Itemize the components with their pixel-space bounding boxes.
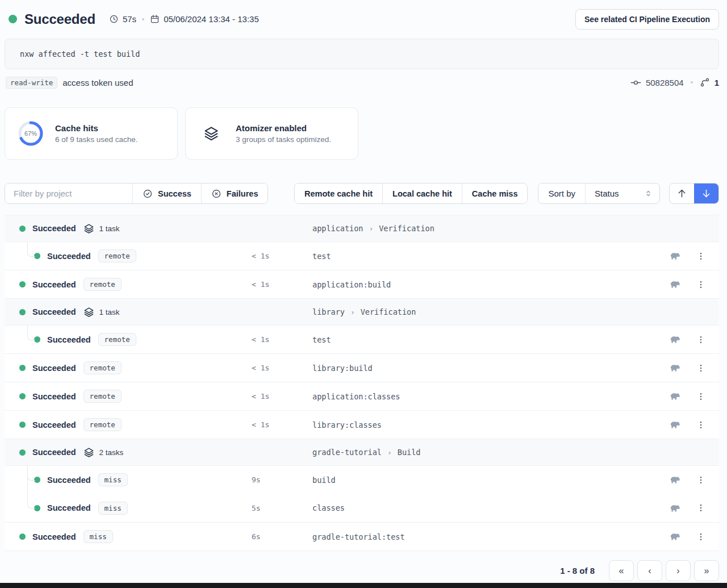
run-duration-value: 57s: [123, 14, 136, 24]
task-row[interactable]: Succeededremote< 1slibrary:classes: [5, 410, 719, 439]
row-status-label: Succeeded: [32, 392, 76, 401]
cache-filter-group: Remote cache hit Local cache hit Cache m…: [294, 183, 528, 204]
row-actions: [669, 335, 705, 345]
x-circle-icon: [211, 189, 222, 199]
success-filter-button[interactable]: Success: [132, 184, 201, 203]
cache-miss-button[interactable]: Cache miss: [462, 184, 528, 203]
tasks-count: 1 task: [99, 224, 120, 233]
remote-cache-hit-button[interactable]: Remote cache hit: [295, 184, 382, 203]
path-group: Verification: [379, 224, 434, 233]
filter-bar: Success Failures Remote cache hit Local …: [5, 183, 719, 204]
row-status-label: Succeeded: [32, 448, 76, 457]
row-actions: [669, 475, 705, 485]
task-name: build: [312, 476, 336, 485]
task-duration: < 1s: [252, 252, 269, 260]
chevron-right-icon: ›: [387, 448, 392, 457]
path-group: Verification: [361, 307, 416, 316]
path-project: library: [312, 307, 345, 316]
task-row[interactable]: Succeededremote< 1sapplication:build: [5, 270, 719, 298]
gradle-elephant-icon[interactable]: [669, 252, 681, 260]
task-group-row[interactable]: Succeeded2 tasksgradle-tutorial›Build: [5, 439, 719, 465]
status-dot: [19, 422, 26, 428]
row-actions: [669, 420, 705, 430]
tasks-count: 2 tasks: [99, 448, 124, 457]
failures-filter-button[interactable]: Failures: [201, 184, 268, 203]
task-row[interactable]: Succeededremote< 1sapplication:classes: [5, 382, 719, 410]
gradle-elephant-icon[interactable]: [669, 280, 681, 289]
separator-dot: [142, 18, 144, 20]
select-chevrons-icon: [644, 189, 653, 198]
atomizer-title: Atomizer enabled: [236, 123, 331, 133]
sort-direction-group: [669, 183, 719, 204]
gradle-elephant-icon[interactable]: [669, 420, 681, 429]
kebab-menu-icon[interactable]: [696, 475, 705, 485]
row-status-label: Succeeded: [47, 252, 91, 261]
status-dot: [19, 309, 26, 315]
kebab-menu-icon[interactable]: [696, 280, 705, 290]
sort-descending-button[interactable]: [694, 184, 718, 203]
status-dot: [19, 226, 26, 232]
task-list: Succeeded1 taskapplication›VerificationS…: [5, 215, 719, 551]
task-group-row[interactable]: Succeeded1 tasklibrary›Verification: [5, 298, 719, 325]
kebab-menu-icon[interactable]: [696, 503, 705, 513]
row-status-label: Succeeded: [47, 503, 91, 512]
see-related-ci-pipeline-button[interactable]: See related CI Pipeline Execution: [575, 9, 719, 30]
failures-filter-label: Failures: [227, 189, 258, 198]
first-page-button[interactable]: «: [609, 560, 634, 581]
status-dot: [19, 449, 26, 456]
cache-status-badge: miss: [83, 530, 113, 543]
task-name: test: [312, 252, 331, 261]
task-group-row[interactable]: Succeeded1 taskapplication›Verification: [5, 215, 719, 241]
gradle-elephant-icon[interactable]: [669, 364, 681, 372]
task-row[interactable]: Succeededmiss5sclasses: [5, 494, 719, 522]
run-status-title: Succeeded: [24, 11, 95, 27]
row-status-label: Succeeded: [32, 420, 76, 429]
row-status-label: Succeeded: [47, 476, 91, 485]
cache-status-badge: remote: [83, 361, 122, 374]
tasks-count: 1 task: [99, 308, 120, 316]
filter-by-project-input[interactable]: [5, 184, 132, 203]
local-cache-hit-button[interactable]: Local cache hit: [382, 184, 462, 203]
kebab-menu-icon[interactable]: [696, 251, 705, 261]
path-group: Build: [398, 448, 421, 457]
kebab-menu-icon[interactable]: [696, 532, 705, 542]
check-circle-icon: [143, 189, 153, 199]
task-row[interactable]: Succeededmiss9sbuild: [5, 465, 719, 494]
task-name: classes: [312, 503, 345, 512]
sort-ascending-button[interactable]: [670, 184, 694, 203]
project-filter-group: Success Failures: [5, 183, 268, 204]
task-name: application:classes: [312, 392, 400, 401]
sort-status-select[interactable]: Status: [585, 184, 659, 203]
task-row[interactable]: Succeededremote< 1stest: [5, 325, 719, 353]
cache-hits-title: Cache hits: [55, 123, 138, 133]
arrow-down-icon: [701, 188, 712, 199]
kebab-menu-icon[interactable]: [696, 391, 705, 402]
branch-count[interactable]: 1: [715, 78, 719, 87]
cache-hits-subtitle: 6 of 9 tasks used cache.: [55, 135, 138, 144]
gradle-elephant-icon[interactable]: [669, 532, 681, 541]
next-page-button[interactable]: ›: [666, 560, 691, 581]
status-dot: [19, 365, 26, 371]
prev-page-button[interactable]: ‹: [637, 560, 662, 581]
commit-sha[interactable]: 50828504: [646, 78, 684, 87]
stack-icon: [83, 307, 94, 318]
gradle-elephant-icon[interactable]: [669, 392, 681, 401]
row-status-label: Succeeded: [32, 224, 76, 233]
task-group-path: application›Verification: [312, 224, 434, 233]
kebab-menu-icon[interactable]: [696, 420, 705, 430]
gradle-elephant-icon[interactable]: [669, 335, 681, 344]
task-row[interactable]: Succeededremote< 1stest: [5, 241, 719, 270]
tree-connector-elbow: [27, 242, 35, 257]
task-row[interactable]: Succeededremote< 1slibrary:build: [5, 353, 719, 382]
kebab-menu-icon[interactable]: [696, 363, 705, 373]
gradle-elephant-icon[interactable]: [669, 476, 681, 484]
kebab-menu-icon[interactable]: [696, 335, 705, 345]
last-page-button[interactable]: »: [694, 560, 719, 581]
calendar-icon: [150, 14, 160, 24]
gradle-elephant-icon[interactable]: [669, 504, 681, 512]
cache-status-badge: miss: [98, 502, 128, 515]
page-count: 1 - 8 of 8: [560, 566, 595, 576]
task-duration: < 1s: [252, 392, 269, 401]
row-actions: [669, 280, 705, 290]
task-row[interactable]: Succeededmiss6sgradle-tutorial:test: [5, 522, 719, 551]
